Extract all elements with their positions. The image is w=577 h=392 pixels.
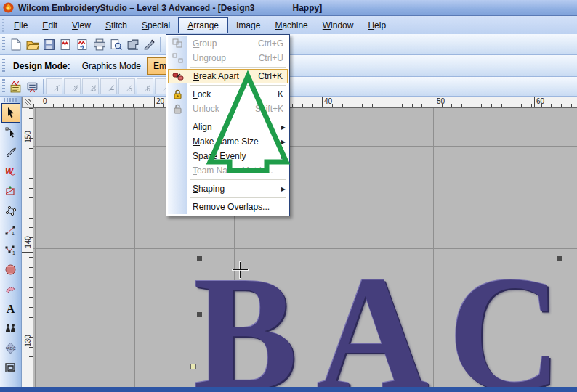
horizontal-ruler: 0 20 40 50 60	[33, 97, 577, 108]
menu-machine[interactable]: Machine	[268, 18, 314, 33]
knife-tool-button[interactable]	[141, 36, 158, 53]
lettering-run-tool-button[interactable]: W	[1, 162, 20, 181]
menu-item-space-evenly[interactable]: Space Evenly ▶	[168, 149, 288, 163]
window-title-suffix: Happy]	[293, 3, 323, 13]
digitize-column-button[interactable]: 1	[1, 240, 20, 260]
menu-special[interactable]: Special	[135, 18, 177, 33]
title-bar: Wilcom EmbroideryStudio – Level 3 Advanc…	[0, 0, 577, 16]
toolbar-grip	[2, 79, 5, 94]
submenu-arrow-icon: ▶	[281, 186, 286, 192]
stipple-run-tool-button[interactable]	[1, 358, 20, 377]
open-design-button[interactable]	[24, 36, 41, 53]
ruler-ticks	[33, 104, 577, 107]
stitch-list-button[interactable]	[7, 78, 24, 95]
crosshair-cursor	[240, 262, 241, 278]
monogram-tool-button[interactable]	[1, 181, 20, 201]
select-tool-button[interactable]	[1, 103, 20, 123]
stitch-machine-button[interactable]	[124, 36, 141, 53]
menu-view[interactable]: View	[65, 18, 97, 33]
menu-item-team-name-matrix[interactable]: Team Name Matrix...	[168, 163, 288, 178]
design-mode-label: Design Mode:	[13, 61, 70, 71]
menu-edit[interactable]: Edit	[36, 18, 64, 33]
toolbar-separator	[160, 37, 161, 52]
new-design-button[interactable]	[7, 36, 24, 53]
crosshair-cursor	[233, 269, 248, 270]
menu-item-remove-overlaps[interactable]: Remove Overlaps...	[168, 200, 288, 214]
menu-separator	[190, 85, 286, 86]
knife-tool-button[interactable]	[1, 142, 20, 162]
menu-item-ungroup[interactable]: Ungroup Ctrl+U	[168, 51, 288, 65]
menu-item-align[interactable]: Align ▶	[168, 120, 288, 134]
graphics-mode-button[interactable]: Graphics Mode	[76, 58, 147, 74]
team-names-tool-button[interactable]	[1, 319, 20, 338]
embroidery-design-text[interactable]: BACA	[193, 250, 577, 387]
menu-arrange[interactable]: Arrange	[178, 17, 228, 33]
ruler-corner	[22, 97, 33, 108]
auto-lettering-button[interactable]: ABC	[1, 338, 20, 358]
svg-text:1: 1	[12, 231, 15, 236]
ruler-corner-icon	[25, 99, 31, 105]
break-apart-icon	[169, 71, 187, 81]
menu-image[interactable]: Image	[230, 18, 267, 33]
menu-window[interactable]: Window	[316, 18, 360, 33]
selection-handle[interactable]	[197, 256, 202, 261]
menu-item-group[interactable]: Group Ctrl+G	[168, 36, 288, 51]
print-button[interactable]	[91, 36, 108, 53]
vertical-ruler: 150 140 130	[22, 108, 33, 387]
reshape-tool-button[interactable]	[1, 123, 20, 142]
group-icon	[168, 38, 187, 49]
menu-file[interactable]: File	[7, 18, 34, 33]
menu-separator	[190, 179, 286, 180]
menu-item-unlock[interactable]: Unlock Shift+K	[168, 102, 288, 116]
menu-item-make-same-size[interactable]: Make Same Size ▶	[168, 134, 288, 149]
needle-1-button[interactable]: ⟋1	[46, 78, 62, 94]
submenu-arrow-icon: ▶	[281, 153, 286, 160]
svg-text:1: 1	[12, 250, 15, 256]
needle-4-button[interactable]: ⟋4	[100, 78, 117, 94]
submenu-arrow-icon: ▶	[281, 139, 286, 145]
menu-bar: File Edit View Stitch Special Arrange Im…	[0, 16, 577, 34]
menu-separator	[190, 67, 286, 68]
menu-item-shaping[interactable]: Shaping ▶	[168, 181, 288, 196]
insert-design-button[interactable]	[57, 36, 74, 53]
design-canvas[interactable]: BACA	[33, 108, 577, 387]
submenu-arrow-icon: ▶	[281, 124, 286, 131]
toolbar-grip	[2, 19, 4, 32]
needle-6-button[interactable]: ⟋6	[137, 78, 153, 94]
menu-item-lock[interactable]: Lock K	[168, 87, 288, 102]
toolbar-grip	[2, 59, 5, 73]
needle-5-button[interactable]: ⟋5	[118, 78, 135, 94]
unlock-icon	[168, 104, 187, 114]
toolbar-grip	[4, 98, 18, 102]
toolbar-grip	[2, 37, 5, 52]
menu-help[interactable]: Help	[361, 18, 392, 33]
export-design-button[interactable]	[74, 36, 91, 53]
menu-separator	[190, 118, 286, 118]
needle-2-button[interactable]: ⟋2	[64, 78, 81, 94]
window-title: Wilcom EmbroideryStudio – Level 3 Advanc…	[18, 3, 255, 13]
svg-text:ABC: ABC	[7, 346, 17, 351]
app-flame-icon	[3, 2, 14, 13]
menu-stitch[interactable]: Stitch	[99, 18, 134, 33]
lettering-tool-button[interactable]: A	[1, 299, 20, 319]
selection-handle[interactable]	[197, 312, 202, 317]
digitize-open-line-button[interactable]: 1	[1, 221, 20, 240]
stitch-entry-marker	[190, 364, 196, 369]
window-bottom-edge	[0, 387, 577, 392]
arc-tool-button[interactable]	[1, 279, 20, 299]
toolbar-separator	[43, 79, 44, 94]
thread-colors-button[interactable]	[24, 78, 41, 95]
lock-icon	[168, 89, 187, 99]
arrange-menu: Group Ctrl+G Ungroup Ctrl+U Break Apart …	[166, 34, 290, 216]
selection-handle[interactable]	[557, 256, 562, 261]
needle-3-button[interactable]: ⟋3	[82, 78, 99, 94]
circle-tool-button[interactable]	[1, 260, 20, 279]
toolbox: W 1 1 A ABC	[0, 97, 22, 387]
menu-item-break-apart[interactable]: Break Apart Ctrl+K	[168, 69, 288, 83]
menu-separator	[190, 197, 286, 198]
ungroup-icon	[168, 53, 187, 63]
save-design-button[interactable]	[41, 36, 57, 53]
digitize-closed-shape-button[interactable]	[1, 201, 20, 221]
print-preview-button[interactable]	[108, 36, 124, 53]
